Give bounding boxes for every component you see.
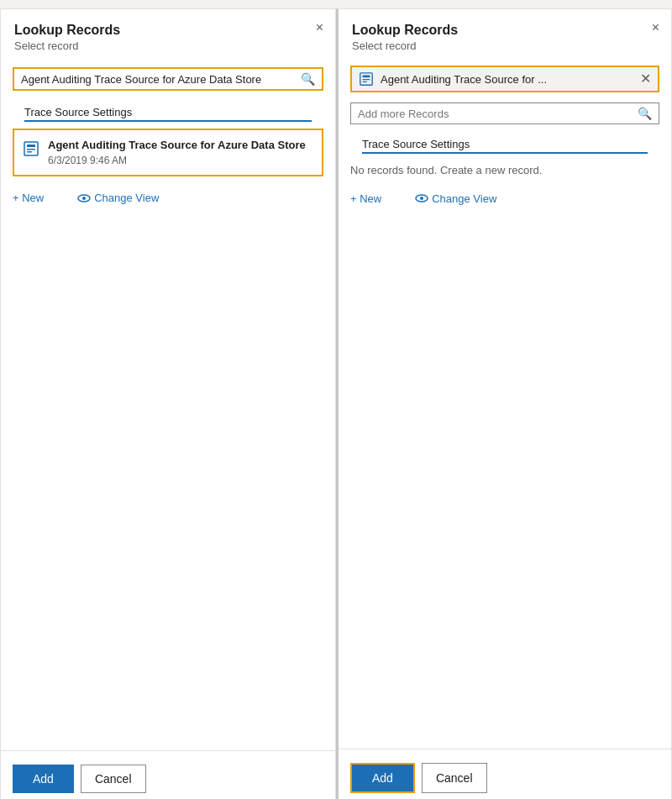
- svg-rect-3: [27, 151, 32, 153]
- svg-rect-8: [363, 79, 370, 80]
- left-record-name: Agent Auditing Trace Source for Azure Da…: [48, 139, 306, 153]
- right-panel-header: Lookup Records Select record ×: [339, 9, 671, 60]
- left-new-link[interactable]: + New: [13, 192, 44, 204]
- right-selected-tag: Agent Auditing Trace Source for ... ✕: [350, 66, 659, 92]
- svg-rect-7: [363, 76, 370, 78]
- left-panel-footer: Add Cancel: [1, 750, 335, 799]
- right-selected-tag-container: Agent Auditing Trace Source for ... ✕: [339, 60, 671, 99]
- left-action-bar: + New Change View: [1, 183, 335, 213]
- svg-rect-2: [27, 149, 35, 150]
- right-add-more-container: 🔍: [339, 99, 671, 133]
- left-change-view-icon: [77, 192, 91, 205]
- left-add-button[interactable]: Add: [13, 765, 74, 793]
- right-add-more-input[interactable]: [358, 108, 638, 120]
- right-change-view-link[interactable]: Change View: [415, 192, 496, 205]
- right-add-more-box[interactable]: 🔍: [350, 103, 659, 124]
- left-search-icon: 🔍: [301, 72, 315, 86]
- left-record-item[interactable]: Agent Auditing Trace Source for Azure Da…: [13, 129, 323, 176]
- left-search-box[interactable]: 🔍: [13, 67, 323, 91]
- left-record-icon: [23, 140, 39, 157]
- left-panel-close-button[interactable]: ×: [316, 21, 323, 34]
- left-change-view-label: Change View: [94, 192, 159, 204]
- right-panel-title: Lookup Records: [352, 23, 658, 38]
- right-no-records-text: No records found. Create a new record.: [350, 160, 659, 183]
- right-change-view-label: Change View: [432, 192, 496, 205]
- left-record-date: 6/3/2019 9:46 AM: [48, 155, 306, 166]
- left-panel: Lookup Records Select record × 🔍 Trace S…: [0, 8, 336, 799]
- left-search-input[interactable]: [21, 73, 301, 86]
- right-action-bar: + New Change View: [339, 183, 671, 213]
- svg-point-5: [82, 197, 86, 200]
- right-add-button[interactable]: Add: [350, 763, 415, 793]
- right-new-link[interactable]: + New: [350, 192, 381, 205]
- left-change-view-link[interactable]: Change View: [77, 192, 159, 205]
- right-tag-close-button[interactable]: ✕: [640, 72, 651, 86]
- svg-rect-9: [363, 81, 367, 82]
- svg-rect-1: [27, 145, 35, 147]
- left-record-content: Agent Auditing Trace Source for Azure Da…: [48, 139, 306, 166]
- left-section-wrapper: Trace Source Settings Agent Auditing Tra…: [1, 101, 335, 183]
- right-panel: Lookup Records Select record × Agent Aud…: [336, 8, 672, 799]
- left-panel-title: Lookup Records: [14, 23, 322, 38]
- right-panel-footer: Add Cancel: [339, 749, 671, 799]
- left-section-label: Trace Source Settings: [24, 101, 312, 122]
- right-panel-close-button[interactable]: ×: [652, 21, 659, 34]
- right-tag-text: Agent Auditing Trace Source for ...: [381, 73, 633, 86]
- left-panel-header: Lookup Records Select record ×: [1, 9, 335, 60]
- left-panel-subtitle: Select record: [14, 39, 322, 52]
- right-panel-subtitle: Select record: [352, 39, 658, 52]
- right-section-wrapper: Trace Source Settings No records found. …: [339, 133, 671, 183]
- right-search-icon: 🔍: [638, 107, 652, 120]
- right-section-label: Trace Source Settings: [362, 133, 648, 154]
- svg-point-11: [420, 197, 423, 200]
- right-tag-icon: [359, 71, 374, 87]
- right-change-view-icon: [415, 192, 428, 205]
- right-cancel-button[interactable]: Cancel: [422, 763, 487, 793]
- left-search-container: 🔍: [1, 60, 335, 101]
- left-cancel-button[interactable]: Cancel: [81, 765, 146, 793]
